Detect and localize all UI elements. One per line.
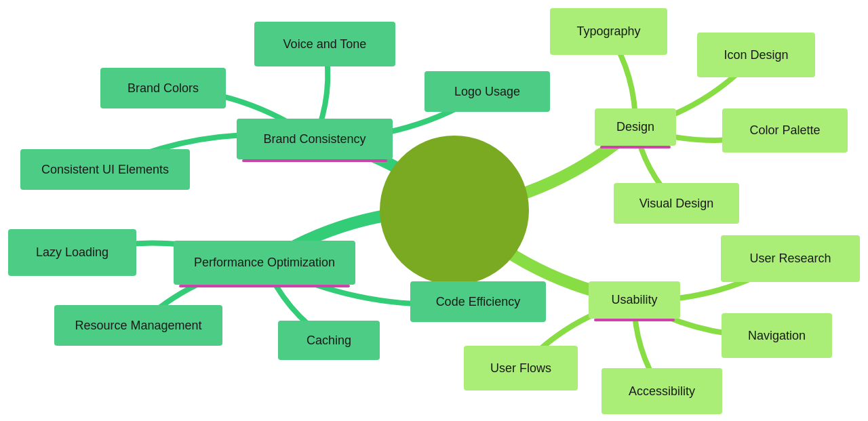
resource-management-node: Resource Management bbox=[54, 305, 222, 346]
lazy-loading-node: Lazy Loading bbox=[8, 229, 136, 276]
color-palette-node: Color Palette bbox=[722, 108, 848, 153]
logo-usage-node: Logo Usage bbox=[425, 71, 550, 112]
brand-colors-node: Brand Colors bbox=[100, 68, 226, 108]
user-flows-node: User Flows bbox=[464, 346, 578, 390]
center-node bbox=[380, 136, 529, 285]
code-efficiency-node: Code Efficiency bbox=[410, 281, 546, 322]
design-node: Design bbox=[595, 108, 676, 146]
user-research-node: User Research bbox=[721, 235, 860, 282]
visual-design-node: Visual Design bbox=[614, 183, 739, 224]
usability-node: Usability bbox=[589, 281, 680, 319]
icon-design-node: Icon Design bbox=[697, 33, 815, 77]
typography-node: Typography bbox=[550, 8, 667, 55]
voice-and-tone-node: Voice and Tone bbox=[254, 22, 395, 66]
consistent-ui-elements-node: Consistent UI Elements bbox=[20, 149, 190, 190]
caching-node: Caching bbox=[278, 321, 380, 360]
accessibility-node: Accessibility bbox=[601, 368, 722, 414]
brand-consistency-node: Brand Consistency bbox=[237, 119, 393, 159]
performance-optimization-node: Performance Optimization bbox=[174, 241, 355, 285]
navigation-node: Navigation bbox=[722, 313, 832, 358]
